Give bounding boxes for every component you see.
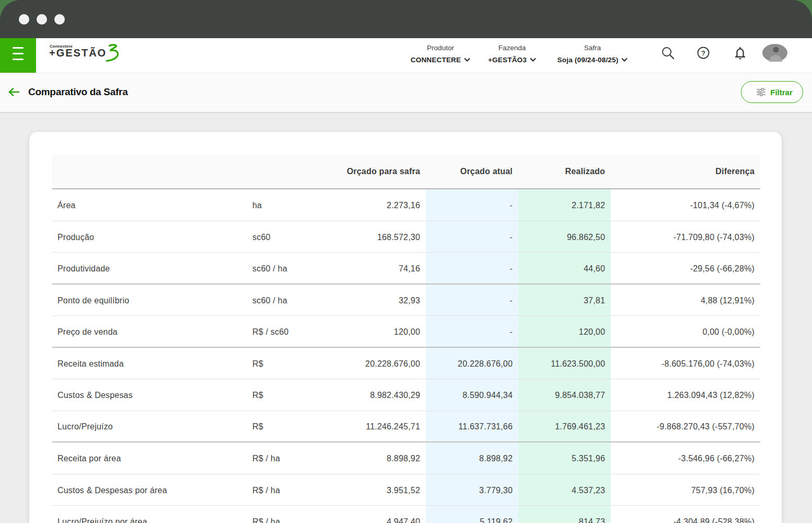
svg-text:?: ? bbox=[701, 49, 705, 57]
